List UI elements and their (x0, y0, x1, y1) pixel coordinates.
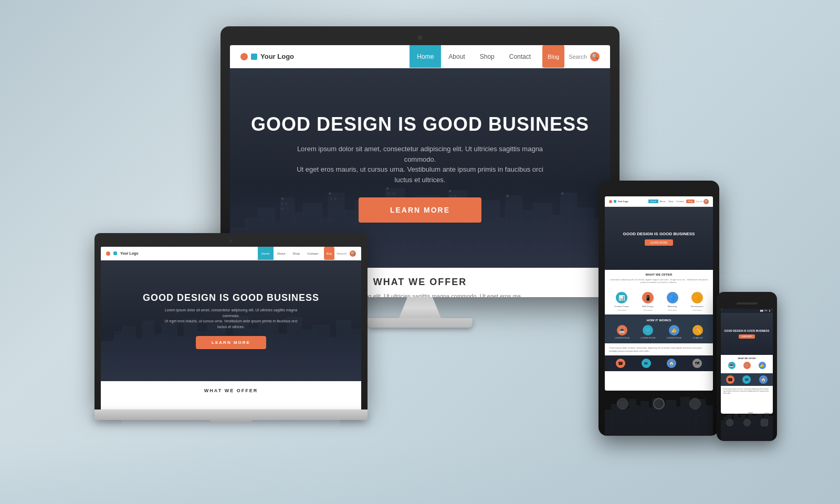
tablet-icon-2: 📱 Web Design Lorem ipsum (642, 292, 654, 311)
nav-search[interactable]: Search 🔍 (569, 52, 600, 61)
tablet-icon-3: 🔷 Marketing Lorem ipsum (667, 292, 678, 311)
tablet-step-label-2: LOREM IPSUM (640, 337, 655, 339)
laptop-what-we-offer-title: WHAT WE OFFER (204, 388, 258, 393)
tablet-step-icon-2: 🛒 (643, 325, 653, 335)
laptop: Your Logo Home About Shop Contact Blog S… (94, 233, 368, 430)
svg-rect-58 (277, 333, 288, 381)
tablet-icon-desc-3: Lorem ipsum (668, 309, 677, 311)
svg-rect-24 (560, 193, 578, 268)
tablet: Your Logo Home About Shop Contact Blog S… (598, 181, 719, 436)
tablet-footer-icons: ☎ ✉ 🏠 🗺 (605, 355, 713, 371)
tablet-nav-search[interactable]: Search (696, 200, 702, 203)
laptop-search-icon[interactable]: 🔍 (350, 250, 356, 257)
svg-rect-22 (532, 203, 552, 268)
tablet-search-icon[interactable]: 🔍 (704, 199, 709, 204)
phone-nav-icon-2[interactable]: ✉ (742, 375, 751, 384)
phone-cityscape (721, 410, 773, 414)
tablet-icon-desc-2: Lorem ipsum (643, 309, 652, 311)
tablet-icon-label-2: Web Design (642, 305, 654, 308)
tablet-icons-row: 📊 Creative Fusion Lorem ipsum 📱 Web Desi… (605, 289, 713, 314)
phone-nav-icon-1[interactable]: ☎ (726, 375, 734, 384)
laptop-nav-search[interactable]: Search 🔍 (337, 250, 356, 257)
tablet-icon-label-4: Development (691, 305, 704, 308)
laptop-nav-about[interactable]: About (274, 247, 289, 260)
tablet-icon-desc-1: Lorem ipsum (617, 309, 626, 311)
phone-learn-more-button[interactable]: LEARN MORE (739, 334, 755, 339)
tablet-footer-icon-2: ✉ (642, 359, 651, 368)
tablet-step-icon-1: 💻 (617, 325, 627, 335)
devices-container: Your Logo Home About Shop Contact Blog S… (52, 26, 788, 478)
laptop-nav-links: Home About Shop Contact Blog Search 🔍 (258, 247, 356, 260)
svg-point-38 (329, 193, 331, 195)
phone-content: ▋▋▋ WiFi 🔋 (721, 309, 773, 414)
phone-screen: ▋▋▋ WiFi 🔋 (721, 309, 773, 414)
tablet-nav: Your Logo Home About Shop Contact Blog S… (605, 196, 713, 207)
logo-circle (240, 53, 248, 60)
laptop-learn-more-button[interactable]: LEARN MORE (196, 336, 266, 349)
nav-blog[interactable]: Blog (542, 45, 564, 68)
nav-home[interactable]: Home (410, 45, 441, 68)
laptop-screen: Your Logo Home About Shop Contact Blog S… (101, 247, 361, 410)
phone-signal: ▋▋▋ (760, 310, 763, 312)
tablet-nav-contact[interactable]: Contact (675, 200, 686, 203)
laptop-logo-circle (106, 251, 110, 256)
laptop-nav-contact[interactable]: Contact (303, 247, 322, 260)
tablet-step-label-3: LOREM IPSUM (667, 337, 681, 339)
svg-rect-63 (336, 320, 351, 381)
tablet-icon-1: 📊 Creative Fusion Lorem ipsum (614, 292, 629, 311)
tablet-icon-4: 🔶 Development Lorem ipsum (691, 292, 704, 311)
laptop-screen-wrapper: Your Logo Home About Shop Contact Blog S… (94, 233, 368, 410)
search-icon[interactable]: 🔍 (590, 52, 600, 61)
tablet-icon-circle-3: 🔷 (667, 292, 678, 303)
tablet-step-icon-4: ✏️ (692, 325, 703, 335)
laptop-nav-home[interactable]: Home (258, 247, 274, 260)
tablet-nav-home[interactable]: Home (648, 200, 658, 203)
desktop-learn-more-button[interactable]: LEARN MORE (359, 197, 481, 223)
tablet-step-2: 🛒 LOREM IPSUM (640, 325, 655, 339)
tablet-footer-icon-1: ☎ (616, 359, 625, 368)
svg-rect-93 (764, 413, 769, 414)
laptop-nav-shop[interactable]: Shop (289, 247, 303, 260)
svg-rect-45 (122, 326, 136, 381)
tablet-what-offer-title: WHAT WE OFFER (608, 273, 710, 276)
svg-point-42 (562, 193, 564, 195)
phone: ▋▋▋ WiFi 🔋 (717, 292, 777, 441)
logo-square (251, 54, 257, 60)
tablet-nav-about[interactable]: About (658, 200, 667, 203)
desktop-nav: Your Logo Home About Shop Contact Blog S… (230, 45, 610, 68)
svg-rect-28 (285, 203, 288, 205)
tablet-icon-label-3: Marketing (668, 305, 677, 308)
tablet-screen: Your Logo Home About Shop Contact Blog S… (605, 196, 713, 391)
nav-contact[interactable]: Contact (502, 45, 538, 68)
svg-rect-25 (575, 208, 595, 268)
nav-about[interactable]: About (441, 45, 472, 68)
tablet-step-icon-3: 👍 (669, 325, 679, 335)
laptop-base (94, 410, 368, 420)
tablet-footer-icon-3: 🏠 (667, 359, 676, 368)
svg-rect-53 (207, 323, 226, 381)
desktop-hero-subtitle: Lorem ipsum dolor sit amet, consectetur … (289, 144, 551, 185)
svg-point-37 (281, 198, 284, 200)
laptop-camera-dot (229, 239, 233, 243)
logo-text: Your Logo (260, 52, 294, 60)
svg-rect-64 (350, 329, 361, 381)
tablet-step-1: 💻 LOREM IPSUM (615, 325, 629, 339)
tablet-nav-blog[interactable]: Blog (686, 200, 695, 203)
nav-shop[interactable]: Shop (472, 45, 502, 68)
laptop-what-we-offer: WHAT WE OFFER (101, 381, 361, 400)
tablet-icon-label-1: Creative Fusion (614, 305, 629, 308)
desktop-nav-links: Home About Shop Contact Blog Search 🔍 (410, 45, 600, 68)
tablet-step-4: ✏️ ETIAM SIT (692, 325, 703, 339)
tablet-learn-more-button[interactable]: LEARN MORE (645, 239, 673, 246)
phone-speaker (737, 302, 758, 304)
tablet-nav-shop[interactable]: Shop (667, 200, 675, 203)
phone-offer-icon-3: 👍 (759, 362, 766, 369)
phone-nav-icon-3[interactable]: 🏠 (759, 375, 768, 384)
desktop-what-we-offer-title: WHAT WE OFFER (373, 277, 467, 288)
svg-point-40 (449, 190, 451, 192)
svg-rect-32 (387, 193, 390, 195)
tablet-outer: Your Logo Home About Shop Contact Blog S… (598, 181, 719, 436)
tablet-quote: "Lorem ipsum dolor sit amet, consectetur… (605, 343, 713, 355)
svg-rect-60 (301, 330, 314, 381)
laptop-nav-blog[interactable]: Blog (324, 247, 334, 260)
